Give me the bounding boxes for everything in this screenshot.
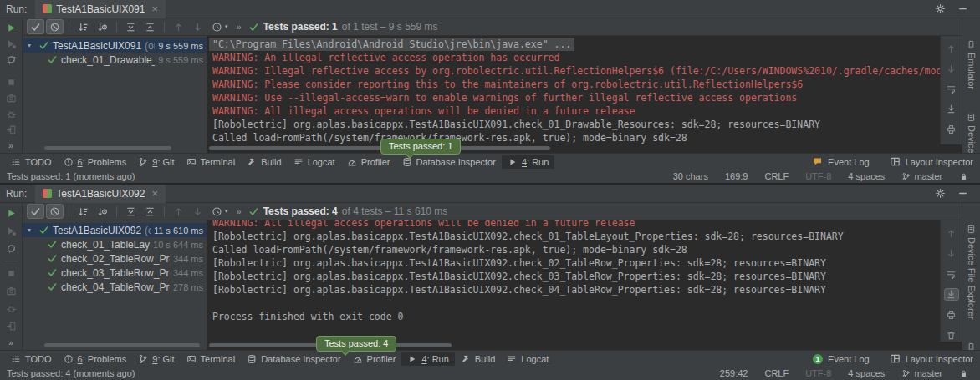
show-passed-button[interactable] bbox=[27, 204, 44, 219]
status-bar-item[interactable]: Build bbox=[241, 155, 287, 169]
more-options-chevrons[interactable]: » bbox=[8, 140, 13, 150]
attach-debugger-button[interactable] bbox=[3, 109, 18, 119]
show-ignored-button[interactable] bbox=[46, 204, 64, 219]
chevron-down-icon[interactable]: ▾ bbox=[28, 42, 35, 49]
collapse-all-button[interactable] bbox=[141, 19, 159, 34]
event-log-button[interactable]: 1 Event Log bbox=[813, 354, 870, 364]
collapse-all-button[interactable] bbox=[141, 204, 159, 219]
editor-status-item[interactable]: CRLF bbox=[764, 368, 789, 378]
more-options-chevrons[interactable]: » bbox=[8, 337, 13, 347]
gear-icon[interactable] bbox=[935, 188, 946, 199]
attach-debugger-button[interactable] bbox=[3, 302, 18, 315]
down-stack-trace-button[interactable] bbox=[944, 247, 959, 260]
status-bar-item[interactable]: 4: Run bbox=[502, 155, 554, 169]
status-bar-item[interactable]: 6: Problems bbox=[58, 155, 133, 169]
soft-wrap-button[interactable] bbox=[944, 83, 959, 95]
stop-button[interactable] bbox=[3, 267, 18, 280]
console-output[interactable]: WARNING: All illegal access operations w… bbox=[207, 220, 940, 342]
test-tree-root[interactable]: ▾ TestA1BasicUIX091(org.aplas.basicap 9 … bbox=[23, 38, 207, 53]
tool-window-button[interactable]: Emulator bbox=[967, 40, 977, 89]
close-icon[interactable]: × bbox=[151, 3, 158, 15]
test-tree-root[interactable]: ▾ TestA1BasicUIX092(org.aplas.basica 11 … bbox=[23, 223, 207, 237]
previous-failed-test-button[interactable] bbox=[170, 19, 187, 34]
toolbar-more-chevrons[interactable]: » bbox=[237, 22, 242, 32]
status-bar-item[interactable]: Profiler bbox=[341, 155, 396, 169]
run-tab[interactable]: TestA1BasicUIX092 × bbox=[35, 185, 166, 203]
rerun-failed-tests-button[interactable] bbox=[3, 38, 18, 49]
test-tree-item[interactable]: check_04_TableRow_Properties 278 ms bbox=[23, 280, 207, 294]
layout-inspector-button[interactable]: Layout Inspector bbox=[890, 156, 973, 167]
editor-status-item[interactable] bbox=[959, 172, 972, 181]
toolbar-more-chevrons[interactable]: » bbox=[237, 206, 242, 216]
status-bar-item[interactable]: Build bbox=[455, 352, 501, 366]
layout-inspector-button[interactable]: Layout Inspector bbox=[890, 353, 973, 364]
status-bar-item[interactable]: 9: Git bbox=[132, 352, 180, 366]
test-history-button[interactable] bbox=[208, 19, 226, 34]
test-tree-item[interactable]: check_01_Drawable_Resources 9 s 559 ms bbox=[23, 53, 207, 67]
close-icon[interactable]: × bbox=[151, 187, 158, 200]
scrollbar-thumb[interactable] bbox=[209, 146, 550, 150]
status-bar-item[interactable]: 9: Git bbox=[132, 155, 180, 169]
scroll-to-end-button[interactable] bbox=[944, 288, 959, 301]
toggle-auto-test-button[interactable] bbox=[3, 54, 18, 65]
expand-all-button[interactable] bbox=[122, 204, 140, 219]
scrollbar-thumb[interactable] bbox=[44, 146, 171, 150]
hide-icon[interactable] bbox=[957, 3, 968, 14]
console-scrollbar[interactable] bbox=[207, 144, 962, 153]
test-tree-item[interactable]: check_02_TableRow_Properties 344 ms bbox=[23, 251, 207, 266]
status-bar-item[interactable]: Terminal bbox=[181, 352, 242, 366]
status-bar-item[interactable]: TODO bbox=[5, 155, 58, 169]
editor-status-item[interactable]: 4 spaces bbox=[848, 368, 885, 378]
sort-by-duration-button[interactable] bbox=[94, 204, 111, 219]
status-bar-item[interactable]: Profiler bbox=[347, 352, 402, 366]
stop-button[interactable] bbox=[3, 77, 18, 88]
status-bar-item[interactable]: 6: Problems bbox=[58, 352, 133, 366]
restore-layout-button[interactable] bbox=[3, 124, 18, 135]
scrollbar-thumb[interactable] bbox=[44, 343, 200, 347]
console-output[interactable]: "C:\Program Files\Android\Android Studio… bbox=[207, 36, 940, 144]
hide-icon[interactable] bbox=[957, 188, 968, 199]
editor-status-item[interactable] bbox=[959, 369, 972, 378]
run-tab[interactable]: TestA1BasicUIX091 × bbox=[35, 0, 166, 18]
status-bar-item[interactable]: Database Inspector bbox=[241, 352, 346, 366]
clear-all-button[interactable] bbox=[944, 329, 959, 342]
editor-status-item[interactable]: 169:9 bbox=[725, 171, 748, 181]
tree-scrollbar[interactable] bbox=[23, 342, 207, 350]
status-bar-item[interactable]: TODO bbox=[5, 352, 58, 366]
editor-status-item[interactable]: master bbox=[901, 171, 942, 181]
tool-window-button[interactable]: Device File Explorer bbox=[967, 225, 977, 319]
thread-dump-button[interactable] bbox=[3, 93, 18, 104]
test-tree-item[interactable]: check_01_TableLayout_Propertie: 10 s 644… bbox=[23, 237, 207, 251]
editor-status-item[interactable]: UTF-8 bbox=[805, 171, 831, 181]
sort-alphabetically-button[interactable] bbox=[74, 204, 92, 219]
sort-alphabetically-button[interactable] bbox=[74, 19, 92, 34]
print-button[interactable] bbox=[944, 308, 959, 321]
toggle-auto-test-button[interactable] bbox=[3, 242, 18, 255]
show-ignored-button[interactable] bbox=[46, 19, 64, 34]
rerun-button[interactable] bbox=[3, 207, 18, 220]
chevron-down-icon[interactable]: ▾ bbox=[28, 226, 35, 234]
gear-icon[interactable] bbox=[935, 3, 946, 14]
soft-wrap-button[interactable] bbox=[944, 268, 959, 281]
show-passed-button[interactable] bbox=[27, 19, 44, 34]
status-bar-item[interactable]: Logcat bbox=[501, 352, 554, 366]
next-failed-test-button[interactable] bbox=[189, 19, 207, 34]
print-button[interactable] bbox=[944, 123, 959, 135]
status-bar-item[interactable]: Database Inspector bbox=[396, 155, 502, 169]
expand-all-button[interactable] bbox=[122, 19, 140, 34]
rerun-button[interactable] bbox=[3, 23, 18, 33]
sort-by-duration-button[interactable] bbox=[94, 19, 111, 34]
editor-status-item[interactable]: UTF-8 bbox=[805, 368, 831, 378]
restore-layout-button[interactable] bbox=[3, 320, 18, 332]
rerun-failed-tests-button[interactable] bbox=[3, 225, 18, 237]
status-bar-item[interactable]: Logcat bbox=[288, 155, 341, 169]
editor-status-item[interactable]: master bbox=[901, 368, 942, 378]
tree-scrollbar[interactable] bbox=[23, 144, 207, 153]
editor-status-item[interactable]: 4 spaces bbox=[848, 171, 885, 181]
test-history-button[interactable] bbox=[208, 204, 226, 219]
previous-failed-test-button[interactable] bbox=[170, 204, 187, 219]
event-log-button[interactable]: Event Log bbox=[812, 156, 870, 167]
next-failed-test-button[interactable] bbox=[189, 204, 207, 219]
test-tree-item[interactable]: check_03_TableRow_Properties 344 ms bbox=[23, 266, 207, 280]
status-bar-item[interactable]: 4: Run bbox=[401, 352, 454, 366]
